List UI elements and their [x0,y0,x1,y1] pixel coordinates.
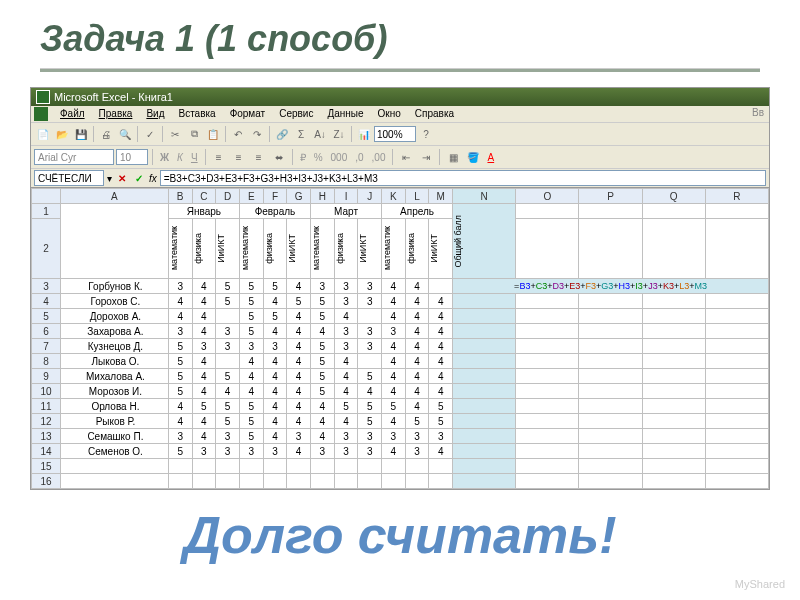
borders-icon[interactable]: ▦ [444,148,462,166]
help-icon[interactable]: ? [417,125,435,143]
grade-cell[interactable]: 4 [287,399,311,414]
currency-icon[interactable]: ₽ [297,152,309,163]
grade-cell[interactable]: 5 [358,414,382,429]
grade-cell[interactable]: 4 [429,384,453,399]
grade-cell[interactable]: 5 [168,369,192,384]
grade-cell[interactable]: 5 [168,339,192,354]
cell[interactable] [705,219,768,279]
grade-cell[interactable]: 5 [310,339,334,354]
grade-cell[interactable]: 4 [334,414,358,429]
grade-cell[interactable]: 4 [263,414,287,429]
menu-tools[interactable]: Сервис [273,107,319,121]
grade-cell[interactable]: 4 [239,384,263,399]
grade-cell[interactable]: 3 [239,444,263,459]
col-header-E[interactable]: E [239,189,263,204]
grade-cell[interactable]: 4 [168,294,192,309]
menu-format[interactable]: Формат [224,107,272,121]
cell[interactable] [705,324,768,339]
grade-cell[interactable]: 5 [239,294,263,309]
grade-cell[interactable]: 4 [358,384,382,399]
cell[interactable] [216,474,240,489]
cell[interactable] [310,474,334,489]
cell[interactable] [516,444,579,459]
cell[interactable] [579,369,642,384]
grade-cell[interactable]: 4 [263,384,287,399]
row-header-10[interactable]: 10 [32,384,61,399]
cell[interactable] [705,309,768,324]
grade-cell[interactable]: 3 [405,444,429,459]
underline-icon[interactable]: Ч [188,152,201,163]
grade-cell[interactable]: 4 [382,309,406,324]
col-header-F[interactable]: F [263,189,287,204]
menu-file[interactable]: Файл [54,107,91,121]
col-header-A[interactable]: A [60,189,168,204]
cell[interactable] [579,444,642,459]
total-cell[interactable] [453,369,516,384]
fx-icon[interactable]: fx [149,173,157,184]
grade-cell[interactable]: 4 [310,324,334,339]
col-header-P[interactable]: P [579,189,642,204]
total-cell[interactable] [453,444,516,459]
cell[interactable] [429,474,453,489]
col-header-M[interactable]: M [429,189,453,204]
grade-cell[interactable]: 4 [310,429,334,444]
grade-cell[interactable]: 5 [168,384,192,399]
subject-header[interactable]: математик [168,219,192,279]
cell[interactable] [382,459,406,474]
grade-cell[interactable]: 4 [287,339,311,354]
cell[interactable] [579,429,642,444]
merge-icon[interactable]: ⬌ [270,148,288,166]
cell[interactable] [642,294,705,309]
bold-icon[interactable]: Ж [157,152,172,163]
total-cell[interactable] [453,339,516,354]
grade-cell[interactable]: 4 [263,324,287,339]
cell[interactable] [516,309,579,324]
grade-cell[interactable]: 3 [310,444,334,459]
row-header-6[interactable]: 6 [32,324,61,339]
cell-A1[interactable] [60,204,168,279]
grade-cell[interactable]: 5 [239,279,263,294]
grade-cell[interactable]: 4 [192,414,216,429]
total-cell[interactable] [453,429,516,444]
col-header-K[interactable]: K [382,189,406,204]
grade-cell[interactable]: 4 [310,414,334,429]
subject-header[interactable]: ИиИКТ [429,219,453,279]
student-name[interactable]: Рыков Р. [60,414,168,429]
grade-cell[interactable]: 4 [429,309,453,324]
grade-cell[interactable]: 5 [310,369,334,384]
grade-cell[interactable]: 4 [263,429,287,444]
student-name[interactable]: Михалова А. [60,369,168,384]
name-box[interactable]: СЧЁТЕСЛИ [34,170,104,186]
grade-cell[interactable]: 5 [216,414,240,429]
grade-cell[interactable]: 4 [382,384,406,399]
cell[interactable] [705,414,768,429]
cell[interactable] [216,459,240,474]
grade-cell[interactable]: 5 [239,309,263,324]
grade-cell[interactable]: 4 [287,324,311,339]
grade-cell[interactable]: 4 [405,354,429,369]
grade-cell[interactable]: 3 [429,429,453,444]
grade-cell[interactable]: 4 [334,369,358,384]
menu-insert[interactable]: Вставка [172,107,221,121]
grade-cell[interactable] [429,279,453,294]
student-name[interactable]: Семашко П. [60,429,168,444]
grade-cell[interactable]: 4 [287,444,311,459]
cell[interactable] [705,459,768,474]
grade-cell[interactable]: 3 [334,429,358,444]
cell[interactable] [642,354,705,369]
grade-cell[interactable]: 4 [382,339,406,354]
new-icon[interactable]: 📄 [34,125,52,143]
grade-cell[interactable]: 5 [239,429,263,444]
cell[interactable] [334,474,358,489]
grade-cell[interactable]: 4 [405,324,429,339]
subject-header[interactable]: математик [239,219,263,279]
grade-cell[interactable]: 5 [239,414,263,429]
grade-cell[interactable]: 5 [429,399,453,414]
grade-cell[interactable]: 4 [382,354,406,369]
subject-header[interactable]: математик [382,219,406,279]
cell[interactable] [705,444,768,459]
grade-cell[interactable]: 4 [429,354,453,369]
cell[interactable] [642,204,705,219]
cell[interactable] [579,204,642,219]
row-header-1[interactable]: 1 [32,204,61,219]
